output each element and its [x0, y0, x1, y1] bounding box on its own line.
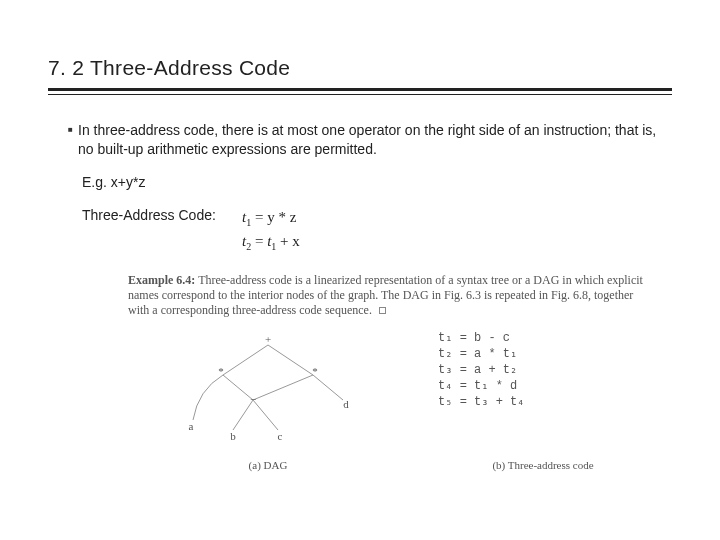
dag-edge — [313, 375, 343, 400]
tac-code-line: t₂ = a * t₁ — [438, 346, 648, 362]
dag-edge — [268, 345, 313, 375]
dag-node-star1: * — [218, 365, 224, 377]
title-rule-thick — [48, 88, 672, 91]
dag-edge — [223, 345, 268, 375]
textbook-example-paragraph: Example 6.4: Three-address code is a lin… — [128, 273, 648, 318]
dag-edge — [253, 400, 278, 430]
dag-node-c: c — [278, 430, 283, 442]
t2-plusx: + x — [276, 233, 299, 249]
slide-title: 7. 2 Three-Address Code — [48, 56, 672, 86]
dag-node-b: b — [230, 430, 236, 442]
t2-eq: = — [255, 233, 267, 249]
textbook-example: Example 6.4: Three-address code is a lin… — [128, 273, 648, 473]
dag-node-plus: + — [265, 333, 271, 345]
title-rule-thin — [48, 94, 672, 95]
dag-svg: + * * − a b c d — [158, 330, 378, 450]
slide: 7. 2 Three-Address Code ■ In three-addre… — [0, 0, 720, 540]
tac-code-line: t₁ = b - c — [438, 330, 648, 346]
dag-edge — [223, 375, 253, 400]
dag-node-d: d — [343, 398, 349, 410]
figure-row: + * * − a b c d t₁ = b - c t₂ = a * t₁ t… — [128, 330, 648, 450]
dag-edge — [253, 375, 313, 400]
tac-formula-line-1: t1 = y * z — [242, 206, 300, 231]
dag-edge — [193, 375, 223, 420]
dag-figure: + * * − a b c d — [128, 330, 408, 450]
bullet-item: ■ In three-address code, there is at mos… — [68, 121, 672, 159]
tac-formula: t1 = y * z t2 = t1 + x — [242, 206, 300, 255]
dag-node-minus: − — [250, 393, 256, 405]
bullet-marker: ■ — [68, 121, 78, 159]
t1-sub: 1 — [246, 217, 251, 228]
dag-node-star2: * — [312, 365, 318, 377]
slide-body: ■ In three-address code, there is at mos… — [48, 121, 672, 473]
tac-code-line: t₃ = a + t₂ — [438, 362, 648, 378]
figure-captions: (a) DAG (b) Three-address code — [128, 458, 648, 473]
tac-formula-line-2: t2 = t1 + x — [242, 230, 300, 255]
bullet-text: In three-address code, there is at most … — [78, 121, 672, 159]
example-lead: Example 6.4: — [128, 273, 195, 287]
qed-box-icon — [379, 307, 386, 314]
dag-node-a: a — [189, 420, 194, 432]
tac-label: Three-Address Code: — [82, 206, 242, 225]
tac-code-line: t₄ = t₁ * d — [438, 378, 648, 394]
t1-rhs: = y * z — [255, 209, 296, 225]
caption-a: (a) DAG — [128, 458, 408, 473]
caption-b: (b) Three-address code — [408, 458, 648, 473]
t2-sub: 2 — [246, 241, 251, 252]
example-expression: E.g. x+y*z — [82, 173, 672, 192]
tac-row: Three-Address Code: t1 = y * z t2 = t1 +… — [82, 206, 672, 255]
tac-code-line: t₅ = t₃ + t₄ — [438, 394, 648, 410]
tac-code-block: t₁ = b - c t₂ = a * t₁ t₃ = a + t₂ t₄ = … — [408, 330, 648, 411]
